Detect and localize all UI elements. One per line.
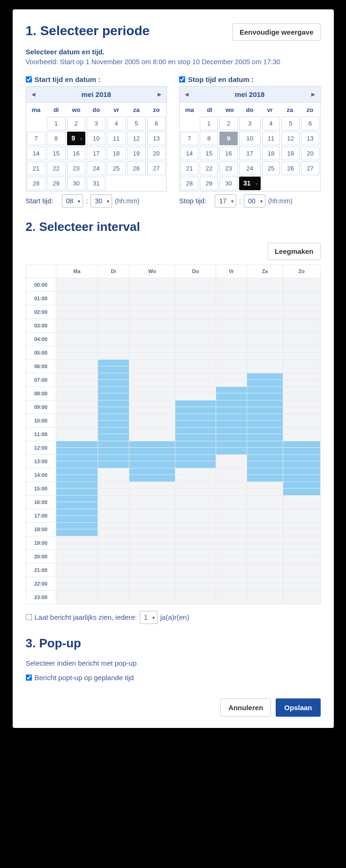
sched-cell[interactable] bbox=[56, 522, 98, 536]
sched-cell[interactable] bbox=[129, 332, 175, 346]
sched-cell[interactable] bbox=[216, 319, 247, 332]
sched-cell[interactable] bbox=[247, 332, 283, 346]
sched-cell[interactable] bbox=[129, 536, 175, 549]
cal-day[interactable]: 6 bbox=[301, 117, 319, 130]
sched-cell[interactable] bbox=[216, 359, 247, 373]
sched-cell[interactable] bbox=[216, 346, 247, 359]
cal-day[interactable]: 11 bbox=[107, 132, 126, 145]
cal-day[interactable]: 1 bbox=[200, 117, 218, 130]
sched-cell[interactable] bbox=[283, 278, 320, 291]
sched-cell[interactable] bbox=[98, 319, 129, 332]
start-cal-prev-button[interactable]: ◀ bbox=[26, 91, 40, 97]
sched-cell[interactable] bbox=[175, 509, 216, 522]
sched-cell[interactable] bbox=[247, 468, 283, 482]
stop-enable-checkbox[interactable] bbox=[179, 76, 186, 82]
cal-day[interactable]: 23 bbox=[67, 162, 86, 175]
sched-cell[interactable] bbox=[247, 563, 283, 577]
sched-cell[interactable] bbox=[247, 427, 283, 441]
sched-cell[interactable] bbox=[216, 495, 247, 509]
cal-day[interactable]: 14 bbox=[27, 147, 45, 160]
sched-cell[interactable] bbox=[56, 346, 98, 359]
cal-day[interactable]: 15 bbox=[200, 147, 218, 160]
sched-cell[interactable] bbox=[98, 332, 129, 346]
sched-cell[interactable] bbox=[98, 590, 129, 604]
cal-day[interactable]: 26 bbox=[127, 162, 146, 175]
sched-cell[interactable] bbox=[56, 509, 98, 522]
stop-enable-label[interactable]: Stop tijd en datum : bbox=[188, 75, 254, 83]
sched-cell[interactable] bbox=[175, 400, 216, 414]
sched-cell[interactable] bbox=[216, 549, 247, 563]
cal-day[interactable]: 15 bbox=[47, 147, 66, 160]
sched-cell[interactable] bbox=[56, 305, 98, 319]
cal-day[interactable]: 7 bbox=[27, 132, 45, 145]
yearly-checkbox[interactable] bbox=[25, 614, 32, 621]
cal-day[interactable]: 17 bbox=[87, 147, 105, 160]
sched-cell[interactable] bbox=[129, 427, 175, 441]
cal-day[interactable]: 22 bbox=[47, 162, 66, 175]
sched-cell[interactable] bbox=[56, 278, 98, 291]
start-minute-select[interactable]: 30 bbox=[90, 194, 112, 208]
sched-cell[interactable] bbox=[283, 414, 320, 427]
sched-cell[interactable] bbox=[98, 454, 129, 468]
cal-day[interactable]: 5 bbox=[281, 117, 300, 130]
sched-cell[interactable] bbox=[216, 291, 247, 305]
sched-cell[interactable] bbox=[175, 563, 216, 577]
cancel-button[interactable]: Annuleren bbox=[220, 698, 271, 717]
cal-day[interactable]: 5 bbox=[127, 117, 146, 130]
sched-cell[interactable] bbox=[129, 468, 175, 482]
sched-cell[interactable] bbox=[56, 414, 98, 427]
sched-cell[interactable] bbox=[216, 278, 247, 291]
start-cal-next-button[interactable]: ▶ bbox=[152, 91, 166, 97]
cal-day[interactable]: 27 bbox=[147, 162, 166, 175]
sched-cell[interactable] bbox=[56, 549, 98, 563]
sched-cell[interactable] bbox=[129, 346, 175, 359]
sched-cell[interactable] bbox=[216, 400, 247, 414]
sched-cell[interactable] bbox=[216, 563, 247, 577]
sched-cell[interactable] bbox=[283, 468, 320, 482]
sched-cell[interactable] bbox=[56, 495, 98, 509]
sched-cell[interactable] bbox=[98, 291, 129, 305]
start-enable-label[interactable]: Start tijd en datum : bbox=[35, 75, 101, 83]
sched-cell[interactable] bbox=[129, 386, 175, 400]
cal-day[interactable]: 21 bbox=[181, 162, 199, 175]
sched-cell[interactable] bbox=[247, 536, 283, 549]
sched-cell[interactable] bbox=[283, 359, 320, 373]
sched-cell[interactable] bbox=[56, 332, 98, 346]
sched-cell[interactable] bbox=[56, 482, 98, 495]
cal-day[interactable]: 28 bbox=[181, 177, 199, 190]
cal-day[interactable]: 31 bbox=[87, 177, 105, 190]
sched-cell[interactable] bbox=[98, 495, 129, 509]
cal-day[interactable]: 20 bbox=[301, 147, 319, 160]
sched-cell[interactable] bbox=[283, 509, 320, 522]
sched-cell[interactable] bbox=[175, 291, 216, 305]
sched-cell[interactable] bbox=[56, 373, 98, 386]
sched-cell[interactable] bbox=[129, 441, 175, 454]
cal-day[interactable]: 29 bbox=[47, 177, 66, 190]
sched-cell[interactable] bbox=[98, 482, 129, 495]
sched-cell[interactable] bbox=[216, 590, 247, 604]
sched-cell[interactable] bbox=[56, 427, 98, 441]
cal-day[interactable]: 23 bbox=[219, 162, 238, 175]
cal-day[interactable]: 3 bbox=[87, 117, 105, 130]
sched-cell[interactable] bbox=[247, 346, 283, 359]
cal-day[interactable]: 24 bbox=[87, 162, 105, 175]
sched-cell[interactable] bbox=[56, 400, 98, 414]
simple-view-button[interactable]: Eenvoudige weergave bbox=[233, 23, 321, 41]
sched-cell[interactable] bbox=[216, 332, 247, 346]
sched-cell[interactable] bbox=[98, 373, 129, 386]
sched-cell[interactable] bbox=[129, 359, 175, 373]
sched-cell[interactable] bbox=[247, 359, 283, 373]
sched-cell[interactable] bbox=[247, 549, 283, 563]
popup-checkbox[interactable] bbox=[25, 674, 32, 681]
sched-cell[interactable] bbox=[175, 346, 216, 359]
cal-day[interactable]: 12 bbox=[281, 132, 300, 145]
sched-cell[interactable] bbox=[98, 386, 129, 400]
sched-cell[interactable] bbox=[98, 509, 129, 522]
sched-cell[interactable] bbox=[98, 536, 129, 549]
sched-cell[interactable] bbox=[216, 441, 247, 454]
sched-cell[interactable] bbox=[283, 291, 320, 305]
sched-cell[interactable] bbox=[98, 549, 129, 563]
cal-day[interactable]: 25 bbox=[107, 162, 126, 175]
sched-cell[interactable] bbox=[247, 386, 283, 400]
sched-cell[interactable] bbox=[56, 468, 98, 482]
